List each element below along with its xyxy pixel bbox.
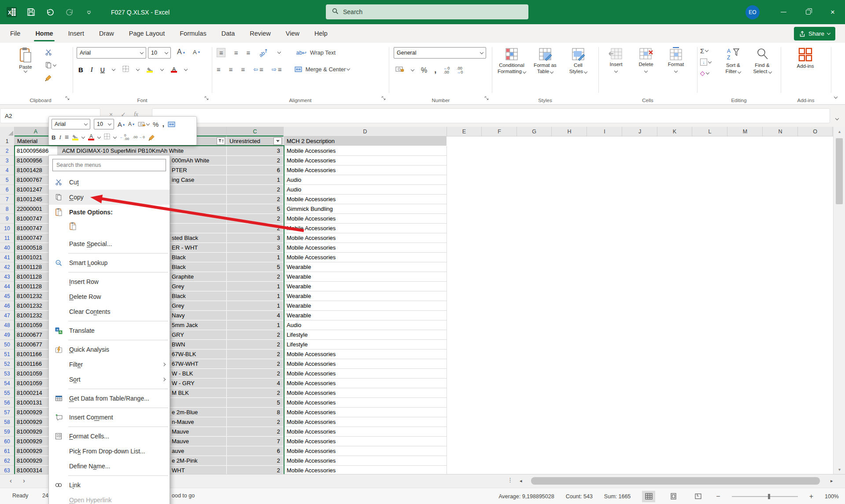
tab-home[interactable]: Home: [28, 24, 60, 43]
sort-filter-badge-icon[interactable]: [217, 137, 225, 145]
fill-color-dropdown[interactable]: [160, 67, 164, 71]
row-header-6[interactable]: 6: [0, 185, 15, 195]
mini-borders-button[interactable]: ≡: [65, 133, 68, 141]
zoom-level[interactable]: 100%: [825, 493, 839, 500]
cell-d58[interactable]: Mobile Accessories: [284, 417, 447, 427]
mini-fill-color-dropdown[interactable]: [81, 135, 85, 138]
cell-c45[interactable]: 1: [227, 291, 284, 301]
copy-button[interactable]: [45, 62, 56, 69]
increase-decimal-button[interactable]: ←0.00: [443, 66, 450, 74]
cell-d56[interactable]: Mobile Accessories: [284, 398, 447, 408]
minimize-button[interactable]: [771, 0, 796, 24]
row-header-51[interactable]: 51: [0, 349, 15, 359]
menu-item-open-hyperlink[interactable]: Open Hyperlink: [49, 493, 170, 504]
mini-comma-button[interactable]: ,: [162, 120, 164, 129]
mini-decrease-decimal-button[interactable]: .00→0: [133, 136, 145, 139]
cell-c40[interactable]: 3: [227, 243, 284, 253]
menu-item-link[interactable]: Link: [49, 478, 170, 493]
scroll-down-icon[interactable]: ▾: [834, 467, 845, 472]
row-header-56[interactable]: 56: [0, 398, 15, 408]
cell-d62[interactable]: Mobile Accessories: [284, 456, 447, 466]
cell-d7[interactable]: Mobile Accessories: [284, 195, 447, 204]
share-button[interactable]: Share: [794, 27, 835, 40]
comma-style-button[interactable]: ,: [434, 66, 436, 75]
row-header-44[interactable]: 44: [0, 282, 15, 291]
zoom-slider[interactable]: [732, 496, 798, 497]
cell-d8[interactable]: Gimmick Bundling: [284, 204, 447, 214]
increase-indent-button[interactable]: ⇨≡: [272, 66, 281, 73]
cut-button[interactable]: [45, 49, 56, 56]
cell-a2[interactable]: 8100095686: [15, 146, 57, 156]
accounting-format-button[interactable]: [395, 66, 404, 74]
mini-percent-button[interactable]: %: [153, 121, 159, 128]
cell-c53[interactable]: 2: [227, 369, 284, 379]
sheet-nav-left-icon[interactable]: ‹: [10, 477, 12, 484]
cell-c4[interactable]: 6: [227, 166, 284, 175]
cell-d63[interactable]: Mobile Accessories: [284, 466, 447, 474]
format-as-table-button[interactable]: Format asTable: [529, 47, 561, 75]
menu-item-filter[interactable]: Filter: [49, 357, 170, 372]
column-header-f[interactable]: F: [482, 127, 517, 136]
decrease-decimal-button[interactable]: .00→0: [457, 66, 463, 74]
cell-c8[interactable]: 5: [227, 204, 284, 214]
cell-c48[interactable]: 1: [227, 320, 284, 330]
menu-item-smart-lookup[interactable]: Smart Lookup: [49, 255, 170, 270]
cell-c49[interactable]: 2: [227, 330, 284, 340]
underline-dropdown[interactable]: [112, 67, 115, 71]
menu-search-input[interactable]: Search the menus: [52, 159, 166, 171]
column-header-c[interactable]: C: [227, 127, 284, 136]
select-all-corner[interactable]: [0, 127, 15, 136]
find-select-button[interactable]: Find &Select: [749, 47, 776, 75]
format-cells-button[interactable]: Format: [662, 47, 690, 74]
mini-increase-font-button[interactable]: A▴: [118, 121, 125, 128]
cell-d9[interactable]: Mobile Accessories: [284, 214, 447, 224]
cell-d48[interactable]: Audio: [284, 320, 447, 330]
tab-formulas[interactable]: Formulas: [172, 24, 214, 43]
tab-view[interactable]: View: [278, 24, 307, 43]
cell-d6[interactable]: Audio: [284, 185, 447, 195]
cell-c5[interactable]: 1: [227, 175, 284, 185]
cell-c50[interactable]: 2: [227, 340, 284, 349]
menu-item-cut[interactable]: Cut: [49, 175, 170, 190]
vertical-scrollbar[interactable]: ▴ ▾: [833, 127, 845, 474]
menu-item-copy[interactable]: Copy: [49, 190, 170, 205]
font-dialog-launcher[interactable]: [204, 94, 209, 102]
menu-item-delete-row[interactable]: Delete Row: [49, 289, 170, 304]
sort-filter-button[interactable]: AZ Sort &Filter: [720, 47, 747, 75]
row-header-5[interactable]: 5: [0, 175, 15, 185]
mini-bold-button[interactable]: B: [52, 134, 55, 141]
cell-c7[interactable]: 2: [227, 195, 284, 204]
menu-item-sort[interactable]: Sort: [49, 372, 170, 387]
search-box[interactable]: Search: [326, 4, 528, 19]
zoom-out-icon[interactable]: −: [716, 493, 720, 500]
mini-font-color-dropdown[interactable]: [97, 135, 101, 138]
row-header-63[interactable]: 63: [0, 466, 15, 474]
redo-button[interactable]: [64, 7, 75, 18]
menu-item-pick-from-drop-down-list[interactable]: Pick From Drop-down List...: [49, 444, 170, 459]
column-header-m[interactable]: M: [728, 127, 763, 136]
orientation-dropdown[interactable]: [277, 50, 280, 54]
cell-d11[interactable]: Mobile Accessories: [284, 233, 447, 243]
autosum-button[interactable]: Σ: [700, 47, 711, 55]
increase-font-button[interactable]: A▴: [177, 48, 185, 56]
cell-c63[interactable]: 2: [227, 466, 284, 474]
row-header-57[interactable]: 57: [0, 408, 15, 417]
cell-d49[interactable]: Lifestyle: [284, 330, 447, 340]
hscroll-right-icon[interactable]: ▸: [830, 478, 833, 484]
cell-d51[interactable]: Mobile Accessories: [284, 349, 447, 359]
conditional-formatting-button[interactable]: ConditionalFormatting: [495, 47, 528, 75]
paste-option-button[interactable]: [49, 220, 170, 236]
formula-input[interactable]: [152, 108, 830, 123]
row-header-60[interactable]: 60: [0, 437, 15, 446]
row-header-41[interactable]: 41: [0, 253, 15, 262]
row-header-53[interactable]: 53: [0, 369, 15, 379]
row-header-43[interactable]: 43: [0, 272, 15, 282]
scrollbar-splitter-handle[interactable]: ⋮: [507, 477, 513, 483]
mini-border-dropdown[interactable]: [113, 135, 117, 138]
addins-button[interactable]: Add-ins: [790, 47, 821, 69]
cell-d60[interactable]: Mobile Accessories: [284, 437, 447, 446]
horizontal-scrollbar[interactable]: [527, 477, 828, 485]
cell-d59[interactable]: Mobile Accessories: [284, 427, 447, 437]
save-button[interactable]: [26, 7, 36, 18]
close-button[interactable]: ×: [820, 0, 845, 24]
